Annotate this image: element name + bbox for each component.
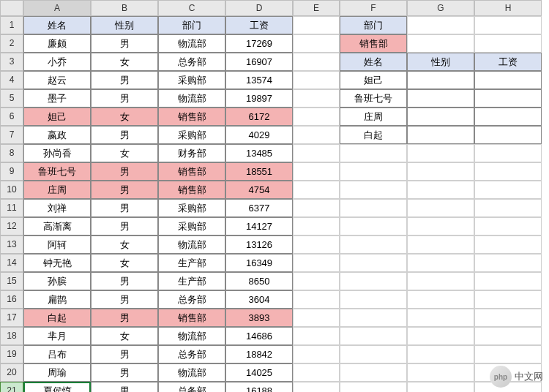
cell[interactable]: 生产部 — [158, 254, 225, 272]
cell[interactable] — [407, 235, 474, 254]
cell[interactable]: 工资 — [225, 16, 293, 34]
cell[interactable]: 扁鹊 — [23, 290, 91, 309]
cell[interactable]: 总务部 — [158, 53, 225, 71]
cell[interactable]: 3604 — [225, 290, 293, 309]
cell[interactable] — [474, 162, 542, 181]
cell[interactable]: 14127 — [225, 217, 293, 235]
cell[interactable]: 女 — [91, 235, 158, 254]
col-header-C[interactable]: C — [158, 0, 225, 16]
cell[interactable] — [407, 16, 474, 34]
cell[interactable] — [474, 16, 542, 34]
cell[interactable] — [474, 272, 542, 290]
cell[interactable]: 销售部 — [158, 309, 225, 327]
cell[interactable] — [293, 217, 340, 235]
cell[interactable] — [407, 108, 474, 126]
cell[interactable] — [340, 345, 407, 363]
cell[interactable] — [474, 181, 542, 199]
cell[interactable]: 女 — [91, 108, 158, 126]
cell[interactable] — [340, 327, 407, 345]
cell[interactable]: 男 — [91, 309, 158, 327]
cell[interactable] — [474, 71, 542, 89]
cell[interactable]: 孙膑 — [23, 272, 91, 290]
cell[interactable]: 采购部 — [158, 71, 225, 89]
cell[interactable] — [407, 327, 474, 345]
cell[interactable] — [293, 254, 340, 272]
cell[interactable] — [340, 144, 407, 162]
cell[interactable]: 性别 — [91, 16, 158, 34]
cell[interactable]: 16907 — [225, 53, 293, 71]
cell[interactable]: 男 — [91, 382, 158, 392]
cell[interactable]: 男 — [91, 71, 158, 89]
cell[interactable]: 庄周 — [23, 181, 91, 199]
cell[interactable]: 钟无艳 — [23, 254, 91, 272]
cell[interactable] — [293, 327, 340, 345]
cell[interactable] — [407, 254, 474, 272]
row-header[interactable]: 18 — [0, 327, 23, 345]
cell[interactable]: 鲁班七号 — [23, 162, 91, 181]
cell[interactable]: 白起 — [340, 126, 407, 144]
cell[interactable] — [293, 162, 340, 181]
cell[interactable]: 6172 — [225, 108, 293, 126]
cell[interactable]: 生产部 — [158, 272, 225, 290]
cell[interactable]: 工资 — [474, 53, 542, 71]
cell-selected[interactable]: 夏侯惇 — [23, 382, 91, 392]
cell[interactable]: 销售部 — [158, 181, 225, 199]
cell[interactable] — [293, 290, 340, 309]
cell[interactable] — [340, 235, 407, 254]
cell[interactable]: 姓名 — [340, 53, 407, 71]
cell[interactable] — [407, 144, 474, 162]
row-header[interactable]: 19 — [0, 345, 23, 363]
row-header[interactable]: 3 — [0, 53, 23, 71]
cell[interactable] — [474, 217, 542, 235]
cell[interactable] — [293, 108, 340, 126]
cell[interactable]: 18551 — [225, 162, 293, 181]
cell[interactable] — [293, 363, 340, 382]
cell[interactable] — [474, 290, 542, 309]
row-header[interactable]: 12 — [0, 217, 23, 235]
cell[interactable]: 13574 — [225, 71, 293, 89]
cell[interactable] — [293, 53, 340, 71]
cell[interactable]: 17269 — [225, 34, 293, 53]
cell[interactable]: 男 — [91, 290, 158, 309]
cell[interactable]: 男 — [91, 126, 158, 144]
col-header-D[interactable]: D — [225, 0, 293, 16]
cell[interactable]: 鲁班七号 — [340, 89, 407, 108]
cell[interactable]: 男 — [91, 345, 158, 363]
row-header[interactable]: 11 — [0, 199, 23, 217]
cell[interactable]: 男 — [91, 34, 158, 53]
col-header-B[interactable]: B — [91, 0, 158, 16]
cell[interactable] — [407, 309, 474, 327]
cell[interactable]: 男 — [91, 162, 158, 181]
row-header[interactable]: 15 — [0, 272, 23, 290]
row-header[interactable]: 7 — [0, 126, 23, 144]
cell[interactable]: 采购部 — [158, 126, 225, 144]
cell[interactable] — [474, 34, 542, 53]
row-header[interactable]: 14 — [0, 254, 23, 272]
cell[interactable]: 妲己 — [23, 108, 91, 126]
cell[interactable] — [293, 16, 340, 34]
cell[interactable] — [293, 181, 340, 199]
cell[interactable] — [293, 71, 340, 89]
cell[interactable]: 墨子 — [23, 89, 91, 108]
cell[interactable]: 19897 — [225, 89, 293, 108]
cell[interactable]: 刘禅 — [23, 199, 91, 217]
cell[interactable]: 总务部 — [158, 290, 225, 309]
cell[interactable] — [407, 290, 474, 309]
cell[interactable] — [340, 217, 407, 235]
row-header[interactable]: 2 — [0, 34, 23, 53]
cell[interactable]: 14686 — [225, 327, 293, 345]
col-header-G[interactable]: G — [407, 0, 474, 16]
cell[interactable]: 物流部 — [158, 235, 225, 254]
cell[interactable]: 孙尚香 — [23, 144, 91, 162]
cell[interactable]: 男 — [91, 181, 158, 199]
cell[interactable]: 物流部 — [158, 89, 225, 108]
cell[interactable] — [474, 235, 542, 254]
cell[interactable]: 销售部 — [340, 34, 407, 53]
cell[interactable]: 8650 — [225, 272, 293, 290]
cell[interactable] — [340, 162, 407, 181]
cell[interactable]: 物流部 — [158, 363, 225, 382]
cell[interactable]: 男 — [91, 199, 158, 217]
cell[interactable] — [293, 272, 340, 290]
cell[interactable] — [293, 309, 340, 327]
cell[interactable] — [407, 363, 474, 382]
